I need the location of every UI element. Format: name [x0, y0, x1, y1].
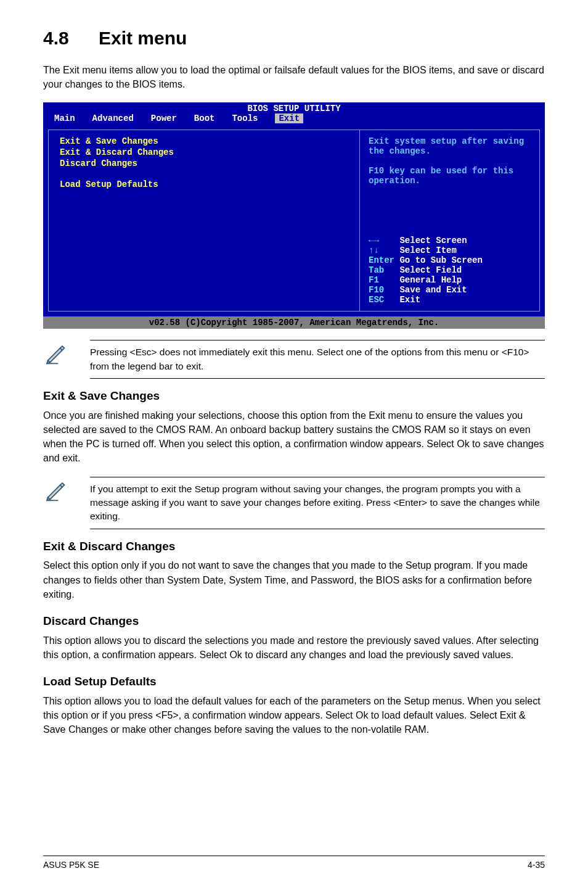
bios-body: Exit & Save Changes Exit & Discard Chang…: [43, 125, 545, 316]
bios-tab-advanced[interactable]: Advanced: [92, 113, 134, 123]
note-2-text: If you attempt to exit the Setup program…: [90, 477, 545, 529]
bios-item-load-defaults[interactable]: Load Setup Defaults: [60, 179, 359, 189]
nav-label-select-item: Select Item: [399, 245, 456, 255]
nav-key-f10: F10: [369, 285, 384, 295]
bios-left-pane: Exit & Save Changes Exit & Discard Chang…: [48, 130, 359, 311]
bios-help-text: Exit system setup after saving the chang…: [369, 136, 532, 186]
note-2: If you attempt to exit the Setup program…: [43, 477, 545, 529]
bios-tab-exit[interactable]: Exit: [275, 113, 303, 123]
bios-panel: BIOS SETUP UTILITY Main Advanced Power B…: [43, 102, 545, 329]
section-title-discard: Discard Changes: [43, 613, 545, 630]
pencil-icon: [43, 477, 69, 501]
bios-menubar: Main Advanced Power Boot Tools Exit: [43, 113, 545, 125]
bios-item-discard[interactable]: Discard Changes: [60, 159, 359, 168]
note-1: Pressing <Esc> does not immediately exit…: [43, 340, 545, 379]
section-body-exit-discard: Select this option only if you do not wa…: [43, 558, 545, 601]
nav-label-sub-screen: Go to Sub Screen: [399, 255, 482, 265]
bios-item-exit-discard[interactable]: Exit & Discard Changes: [60, 147, 359, 157]
nav-key-tab: Tab: [369, 265, 384, 275]
section-title-exit-save: Exit & Save Changes: [43, 387, 545, 405]
footer-left: ASUS P5K SE: [43, 859, 99, 871]
nav-key-esc: ESC: [369, 295, 384, 305]
heading-title: Exit menu: [99, 28, 187, 48]
bios-tab-boot[interactable]: Boot: [194, 113, 215, 123]
bios-item-exit-save[interactable]: Exit & Save Changes: [60, 136, 359, 146]
nav-key-enter: Enter: [369, 255, 394, 265]
section-body-load-defaults: This option allows you to load the defau…: [43, 694, 545, 737]
pencil-icon: [43, 340, 69, 365]
bios-footer: v02.58 (C)Copyright 1985-2007, American …: [43, 316, 545, 329]
nav-key-arrows-ud: ↑↓: [369, 245, 379, 255]
section-body-exit-save: Once you are finished making your select…: [43, 408, 545, 466]
bios-nav-help: ←→ Select Screen ↑↓ Select Item Enter Go…: [369, 236, 532, 305]
nav-key-f1: F1: [369, 275, 379, 285]
section-body-discard: This option allows you to discard the se…: [43, 633, 545, 662]
nav-key-arrows-lr: ←→: [369, 236, 379, 245]
intro-paragraph: The Exit menu items allow you to load th…: [43, 63, 545, 91]
bios-tab-tools[interactable]: Tools: [232, 113, 258, 123]
nav-label-select-field: Select Field: [399, 265, 462, 275]
bios-right-pane: Exit system setup after saving the chang…: [359, 130, 540, 311]
page-footer: ASUS P5K SE 4-35: [43, 856, 545, 871]
note-1-text: Pressing <Esc> does not immediately exit…: [90, 340, 545, 379]
section-title-exit-discard: Exit & Discard Changes: [43, 538, 545, 555]
bios-tab-main[interactable]: Main: [54, 113, 75, 123]
bios-title: BIOS SETUP UTILITY: [43, 102, 545, 113]
bios-tab-power[interactable]: Power: [151, 113, 177, 123]
nav-label-select-screen: Select Screen: [399, 236, 467, 245]
footer-right: 4-35: [528, 859, 545, 871]
page-heading: 4.8Exit menu: [43, 25, 545, 52]
nav-label-general-help: General Help: [399, 275, 462, 285]
heading-number: 4.8: [43, 25, 99, 52]
nav-label-save-exit: Save and Exit: [399, 285, 467, 295]
nav-label-exit: Exit: [399, 295, 420, 305]
section-title-load-defaults: Load Setup Defaults: [43, 673, 545, 690]
bios-gap: [60, 170, 359, 178]
